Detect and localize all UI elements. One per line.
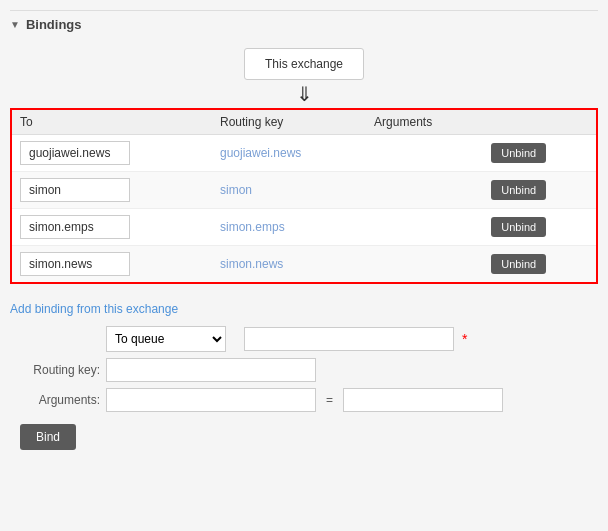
add-binding-title: Add binding from this exchange	[10, 302, 598, 316]
routing-key-label: Routing key:	[10, 363, 100, 377]
arguments-cell	[366, 209, 483, 246]
bind-button-row: Bind	[10, 418, 598, 450]
routing-key-value: simon	[220, 183, 252, 197]
to-queue-select[interactable]: To queueTo exchange	[106, 326, 226, 352]
to-queue-row: To queueTo exchange *	[10, 326, 598, 352]
routing-key-input[interactable]	[106, 358, 316, 382]
to-value: simon.emps	[20, 215, 130, 239]
arguments-value-input[interactable]	[343, 388, 503, 412]
col-header-arguments: Arguments	[366, 109, 483, 135]
unbind-button[interactable]: Unbind	[491, 143, 546, 163]
arguments-row: Arguments: =	[10, 388, 598, 412]
table-row: simonsimonUnbind	[11, 172, 597, 209]
arguments-cell	[366, 135, 483, 172]
unbind-button[interactable]: Unbind	[491, 254, 546, 274]
routing-key-cell: guojiawei.news	[212, 135, 366, 172]
arguments-key-input[interactable]	[106, 388, 316, 412]
arguments-cell	[366, 172, 483, 209]
to-value: guojiawei.news	[20, 141, 130, 165]
to-queue-input[interactable]	[244, 327, 454, 351]
table-row: simon.newssimon.newsUnbind	[11, 246, 597, 284]
bindings-title: Bindings	[26, 17, 82, 32]
routing-key-row: Routing key:	[10, 358, 598, 382]
action-cell: Unbind	[483, 246, 597, 284]
bindings-section-header: ▼ Bindings	[10, 10, 598, 42]
unbind-button[interactable]: Unbind	[491, 217, 546, 237]
equals-sign: =	[326, 393, 333, 407]
exchange-box: This exchange	[244, 48, 364, 80]
action-cell: Unbind	[483, 135, 597, 172]
exchange-diagram: This exchange ⇓	[10, 48, 598, 106]
bind-button[interactable]: Bind	[20, 424, 76, 450]
unbind-button[interactable]: Unbind	[491, 180, 546, 200]
col-header-routing-key: Routing key	[212, 109, 366, 135]
arguments-label: Arguments:	[10, 393, 100, 407]
arguments-cell	[366, 246, 483, 284]
col-header-to: To	[11, 109, 212, 135]
to-cell: simon	[11, 172, 212, 209]
col-header-actions	[483, 109, 597, 135]
action-cell: Unbind	[483, 209, 597, 246]
routing-key-cell: simon.emps	[212, 209, 366, 246]
to-value: simon.news	[20, 252, 130, 276]
to-cell: simon.emps	[11, 209, 212, 246]
action-cell: Unbind	[483, 172, 597, 209]
to-cell: simon.news	[11, 246, 212, 284]
routing-key-value: simon.news	[220, 257, 283, 271]
to-cell: guojiawei.news	[11, 135, 212, 172]
routing-key-value: simon.emps	[220, 220, 285, 234]
required-star: *	[462, 331, 467, 347]
bindings-table: To Routing key Arguments guojiawei.newsg…	[10, 108, 598, 284]
table-row: simon.empssimon.empsUnbind	[11, 209, 597, 246]
routing-key-cell: simon.news	[212, 246, 366, 284]
routing-key-value: guojiawei.news	[220, 146, 301, 160]
down-arrow-icon: ⇓	[296, 82, 313, 106]
add-binding-section: Add binding from this exchange To queueT…	[10, 302, 598, 450]
collapse-icon[interactable]: ▼	[10, 19, 20, 30]
routing-key-cell: simon	[212, 172, 366, 209]
table-row: guojiawei.newsguojiawei.newsUnbind	[11, 135, 597, 172]
to-value: simon	[20, 178, 130, 202]
